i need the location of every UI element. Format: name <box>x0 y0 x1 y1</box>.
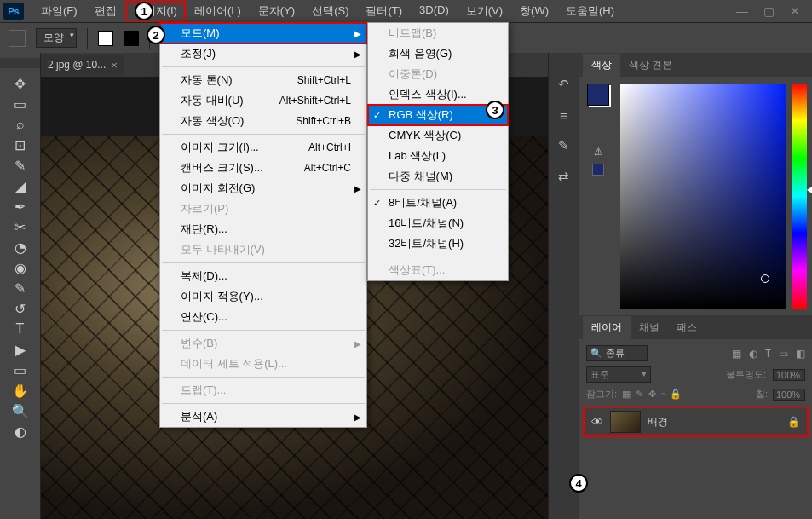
layer-filter-icon[interactable]: ▦ <box>732 348 741 360</box>
foreground-color-swatch[interactable] <box>587 84 609 106</box>
menu-item-자동 대비(U)[interactable]: 자동 대비(U)Alt+Shift+Ctrl+L <box>160 90 366 111</box>
layer-filter-icon[interactable]: ◧ <box>796 348 805 360</box>
menu-item-이미지 적용(Y)...[interactable]: 이미지 적용(Y)... <box>160 286 366 307</box>
tool-button[interactable]: ▭ <box>9 360 32 380</box>
brush-icon[interactable]: ✎ <box>555 136 573 155</box>
layer-filter-icon[interactable]: T <box>765 348 771 360</box>
menu-도움말(H)[interactable]: 도움말(H) <box>557 1 623 21</box>
lock-option-icon[interactable]: ✎ <box>636 389 643 400</box>
close-tab-icon[interactable]: × <box>111 59 118 72</box>
menu-shortcut: Alt+Ctrl+C <box>304 162 351 174</box>
history-icon[interactable]: ↶ <box>555 75 573 94</box>
menu-item-연산(C)...[interactable]: 연산(C)... <box>160 307 366 327</box>
tool-button[interactable]: ✋ <box>9 380 32 401</box>
lock-option-icon[interactable]: ✥ <box>648 389 656 400</box>
close-button[interactable]: ✕ <box>790 4 800 18</box>
layer-filter-icon[interactable]: ◐ <box>749 348 757 360</box>
visibility-icon[interactable]: 👁 <box>591 415 603 429</box>
lock-option-icon[interactable]: ▦ <box>622 389 631 400</box>
tab-swatches[interactable]: 색상 견본 <box>620 54 681 77</box>
menu-item-이미지 회전(G)[interactable]: 이미지 회전(G)▶ <box>160 178 366 199</box>
menu-item-캔버스 크기(S)...[interactable]: 캔버스 크기(S)...Alt+Ctrl+C <box>160 158 366 178</box>
menu-item-모드(M)[interactable]: 모드(M)▶ <box>160 23 366 43</box>
menu-item-이미지 크기(I)...[interactable]: 이미지 크기(I)...Alt+Ctrl+I <box>160 137 366 158</box>
menu-레이어(L)[interactable]: 레이어(L) <box>186 1 250 21</box>
tool-button[interactable]: 🔍 <box>9 401 32 421</box>
layer-filter-icon[interactable]: ▭ <box>779 348 788 360</box>
opacity-input[interactable]: 100% <box>773 369 805 381</box>
menu-item-Lab 색상(L)[interactable]: Lab 색상(L) <box>368 146 508 166</box>
tool-button[interactable]: ◐ <box>9 421 32 441</box>
menu-item-자동 색상(O)[interactable]: 자동 색상(O)Shift+Ctrl+B <box>160 111 366 131</box>
tool-button[interactable]: ⌕ <box>9 114 32 135</box>
menu-보기(V)[interactable]: 보기(V) <box>458 1 511 21</box>
menu-3D(D)[interactable]: 3D(D) <box>411 1 458 21</box>
menu-필터(T)[interactable]: 필터(T) <box>357 1 411 21</box>
menu-item-복제(D)...[interactable]: 복제(D)... <box>160 266 366 286</box>
menu-item-분석(A)[interactable]: 분석(A)▶ <box>160 407 366 427</box>
blend-mode-select[interactable]: 표준 <box>586 366 651 383</box>
minimize-button[interactable]: — <box>736 4 748 18</box>
menu-shortcut: Alt+Shift+Ctrl+L <box>279 95 351 107</box>
menu-item-자동 톤(N)[interactable]: 자동 톤(N)Shift+Ctrl+L <box>160 70 366 90</box>
menu-파일(F)[interactable]: 파일(F) <box>32 1 86 21</box>
tab-paths[interactable]: 패스 <box>668 316 705 339</box>
tab-layers[interactable]: 레이어 <box>583 316 631 339</box>
lock-option-icon[interactable]: ▫ <box>661 389 665 400</box>
submenu-arrow-icon: ▶ <box>354 412 361 422</box>
menu-선택(S)[interactable]: 선택(S) <box>303 1 357 21</box>
menu-item-label: 16비트/채널(N) <box>389 216 464 231</box>
tool-button[interactable]: ◢ <box>9 176 32 196</box>
menu-item-label: 모두 나타내기(V) <box>181 242 265 257</box>
menu-item-CMYK 색상(C)[interactable]: CMYK 색상(C) <box>368 125 508 146</box>
tool-button[interactable]: ✒ <box>9 196 32 216</box>
menu-item-8비트/채널(A)[interactable]: ✓8비트/채널(A) <box>368 193 508 213</box>
tool-button[interactable]: ↺ <box>9 298 32 319</box>
tool-button[interactable]: ▶ <box>9 339 32 360</box>
tool-button[interactable]: ▭ <box>9 94 32 114</box>
tool-button[interactable]: ✥ <box>9 73 32 94</box>
tool-preset-icon[interactable] <box>9 30 26 47</box>
fill-input[interactable]: 100% <box>773 389 805 401</box>
shape-mode-select[interactable]: 모양 <box>36 28 77 48</box>
menu-item-label: 조정(J) <box>181 46 216 61</box>
gamut-warning-icon[interactable]: ⚠ <box>591 145 605 159</box>
websafe-swatch[interactable] <box>592 164 604 176</box>
callout-3: 3 <box>486 101 504 119</box>
hue-slider[interactable] <box>792 84 807 309</box>
tab-channels[interactable]: 채널 <box>631 316 668 339</box>
menu-item-조정(J)[interactable]: 조정(J)▶ <box>160 43 366 64</box>
menu-편집[interactable]: 편집 <box>86 1 125 21</box>
menu-item-label: 8비트/채널(A) <box>389 195 457 210</box>
menu-item-인덱스 색상(I)...[interactable]: 인덱스 색상(I)... <box>368 84 508 105</box>
menu-item-다중 채널(M)[interactable]: 다중 채널(M) <box>368 166 508 187</box>
menu-item-label: 이미지 크기(I)... <box>181 140 259 155</box>
menu-문자(Y)[interactable]: 문자(Y) <box>250 1 303 21</box>
tool-button[interactable]: ⊡ <box>9 135 32 155</box>
tool-button[interactable]: ✎ <box>9 278 32 298</box>
layer-name[interactable]: 배경 <box>648 415 668 430</box>
tab-color[interactable]: 색상 <box>583 54 620 77</box>
layer-row-background[interactable]: 👁 배경 🔒 <box>583 407 809 437</box>
layer-filter-select[interactable]: 🔍 종류 <box>586 345 648 361</box>
menu-item-16비트/채널(N)[interactable]: 16비트/채널(N) <box>368 213 508 234</box>
tool-button[interactable]: ◔ <box>9 237 32 257</box>
menu-item-재단(R)...[interactable]: 재단(R)... <box>160 219 366 239</box>
stroke-swatch[interactable] <box>124 31 139 46</box>
lock-option-icon[interactable]: 🔒 <box>670 389 682 400</box>
fill-swatch[interactable] <box>98 31 113 46</box>
properties-icon[interactable]: ≡ <box>555 106 573 124</box>
tool-button[interactable]: ✂ <box>9 216 32 237</box>
document-tab[interactable]: 2.jpg @ 10... × <box>41 55 124 76</box>
maximize-button[interactable]: ▢ <box>763 4 775 18</box>
menu-item-32비트/채널(H)[interactable]: 32비트/채널(H) <box>368 234 508 254</box>
tool-button[interactable]: ◉ <box>9 257 32 278</box>
color-field[interactable] <box>620 84 786 309</box>
menu-item-회색 음영(G)[interactable]: 회색 음영(G) <box>368 43 508 64</box>
adjustments-icon[interactable]: ⇄ <box>555 167 573 186</box>
tool-button[interactable]: T <box>9 319 32 339</box>
submenu-arrow-icon: ▶ <box>354 29 361 38</box>
tool-button[interactable]: ✎ <box>9 155 32 176</box>
layer-thumbnail[interactable] <box>610 411 641 433</box>
menu-창(W)[interactable]: 창(W) <box>511 1 557 21</box>
